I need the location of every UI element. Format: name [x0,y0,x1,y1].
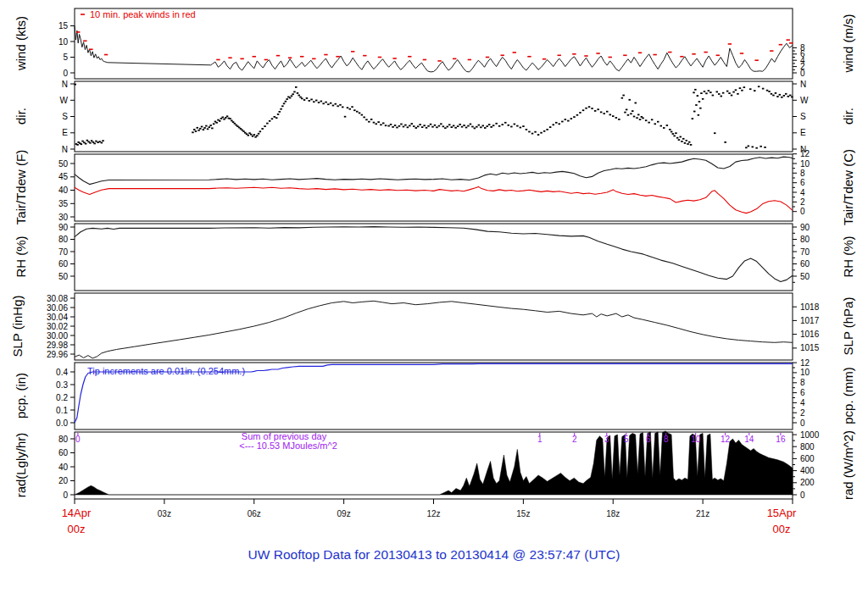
temp-right-tick-label: 0 [800,207,805,216]
dir-dot [280,108,282,110]
wind-left-tick-label: 0 [63,69,68,78]
dir-dot [697,95,699,97]
dir-dot [411,123,414,125]
dir-dot [540,132,542,134]
dir-dot [76,144,79,146]
dir-dot [534,131,537,133]
dir-dot [609,114,612,116]
rh-left-tick-label: 60 [58,259,69,269]
x-axis-tick-label: 09z [337,509,351,518]
dir-dot [492,125,495,126]
rh-panel-frame [75,224,793,291]
dir-dot [427,125,430,127]
dir-dot [627,114,630,116]
rh-right-tick-label: 60 [800,259,810,269]
dir-dot [561,121,564,123]
dir-dot [585,108,587,109]
pcp-right-tick-label: 4 [800,398,805,407]
dir-dot [339,104,342,106]
dir-dot [283,103,286,104]
temp-left-tick-label: 35 [58,199,69,208]
dir-dot [431,126,434,128]
dir-dot [760,146,762,147]
dir-right-tick-label: N [800,80,806,89]
dir-dot [211,128,214,130]
dir-dot [722,92,725,94]
chart-title: UW Rooftop Data for 20130413 to 20130414… [0,547,868,563]
dir-dot [407,126,409,128]
dir-dot [666,125,669,126]
rh-right-tick-label: 50 [800,272,810,281]
x-axis-tick-label: 21z [696,509,709,518]
dir-dot [315,100,318,102]
slp-left-axis-label: SLP (inHg) [10,295,25,357]
rad-sum-label: 0 [75,435,81,444]
dir-dot [635,103,637,104]
dir-dot [392,126,394,128]
dir-dot [353,109,356,111]
dir-dot [330,103,332,104]
x-axis-tick-label: 18z [606,509,620,518]
dir-dot [325,102,327,103]
dir-dot [344,116,347,118]
dir-dot [791,97,793,98]
dir-dot [306,97,309,99]
dir-dot [465,127,468,129]
dir-dot [266,123,269,125]
dir-dot [264,125,266,127]
dir-dot [700,92,703,94]
dir-dot [669,129,671,130]
pcp-right-tick-label: 8 [800,378,805,387]
dir-dot [351,106,353,108]
dir-dot [553,124,555,125]
dir-left-tick-label: E [62,128,68,137]
x-end-hour-label: 00z [754,523,809,535]
dir-dot [618,119,620,120]
dir-dot [201,126,203,128]
rad-sum-label: 3 [604,435,609,444]
dir-dot [504,122,507,124]
dir-dot [448,124,451,125]
dir-dot [699,108,702,109]
dir-dot [454,127,457,129]
dir-dot [636,117,638,119]
dir-dot [651,119,654,120]
pcp-right-tick-label: 2 [800,408,805,418]
dir-dot [453,125,455,127]
dir-right-tick-label: E [800,128,806,137]
dir-dot [629,99,632,101]
temp-right-axis-label: Tair/Tdew (C) [841,149,855,225]
rh-left-tick-label: 90 [58,223,69,232]
dir-dot [203,127,206,129]
dir-dot [373,122,376,124]
slp-right-tick-label: 1015 [800,343,820,352]
dir-dot [417,125,420,127]
rad-left-tick-label: 20 [58,476,69,485]
wind-left-tick-label: 10 [58,37,69,47]
dir-dot [256,135,259,136]
dir-dot [709,91,712,93]
rad-right-axis-label: rad (W/m^2) [841,430,855,500]
wind-right-axis-label: wind (m/s) [841,14,855,72]
dir-dot [676,137,679,139]
dir-dot [690,144,693,146]
temp-left-tick-label: 45 [58,172,69,181]
dir-dot [253,134,256,136]
dir-dot [419,124,421,125]
dir-dot [531,133,534,135]
dir-dot [520,127,522,129]
rad-left-tick-label: 0 [63,490,68,500]
dir-dot [745,147,748,148]
dir-dot [269,120,271,122]
dir-dot [463,125,465,126]
pcp-right-tick-label: 6 [800,388,805,397]
dir-dot [708,90,710,91]
dir-dot [93,143,96,145]
dir-dot [250,134,253,136]
dir-dot [248,135,250,136]
dir-dot [516,125,519,127]
dir-dot [704,91,706,92]
dir-dot [213,123,215,125]
pcp-left-tick-label: 0.0 [56,418,68,428]
dir-dot [394,125,397,126]
